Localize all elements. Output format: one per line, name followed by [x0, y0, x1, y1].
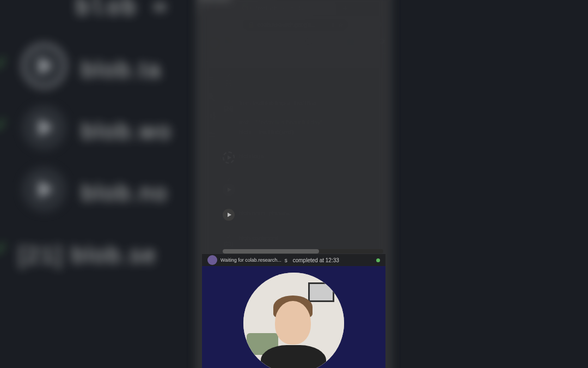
presenter-area	[202, 266, 385, 368]
presenter-bubble	[243, 273, 344, 368]
status-avatar-icon	[207, 255, 217, 265]
status-suffix: s	[285, 257, 287, 263]
check-icon: ✓	[0, 53, 9, 73]
status-waiting: Waiting for colab.research...	[220, 257, 281, 263]
code-cell[interactable]: ✓ blob.words	[220, 173, 385, 197]
status-bar: Waiting for colab.research... s complete…	[202, 254, 385, 266]
horizontal-scrollbar[interactable]	[223, 249, 383, 254]
status-completed: completed at 12:33	[293, 257, 339, 263]
status-dot-icon	[376, 258, 380, 262]
